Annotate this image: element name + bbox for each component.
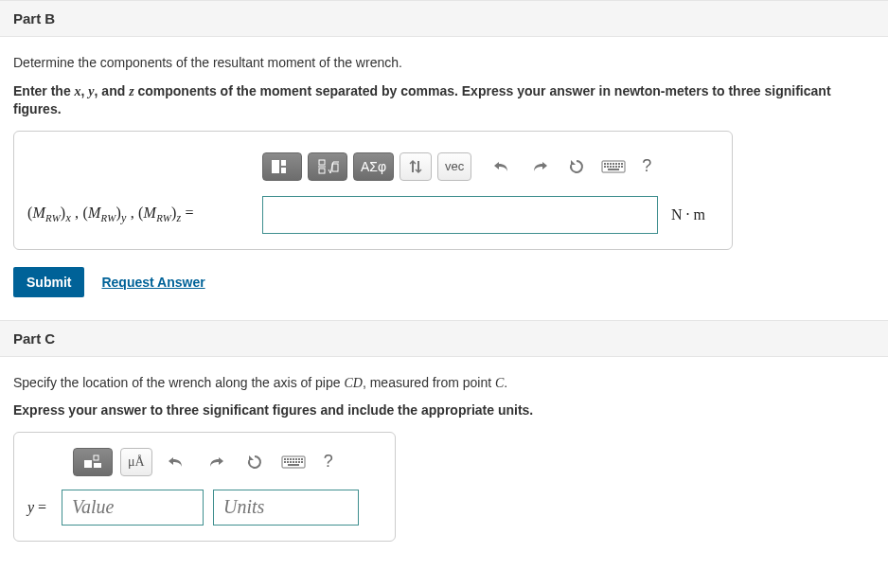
templates-button-c[interactable] xyxy=(73,448,113,476)
svg-rect-37 xyxy=(293,461,294,463)
reset-icon xyxy=(246,454,263,471)
svg-rect-40 xyxy=(301,461,303,463)
svg-rect-23 xyxy=(84,460,92,468)
svg-rect-25 xyxy=(94,463,101,468)
keyboard-button[interactable] xyxy=(597,152,630,181)
svg-rect-13 xyxy=(618,163,620,165)
part-c-body: Specify the location of the wrench along… xyxy=(0,357,888,549)
templates-icon xyxy=(270,158,294,175)
greek-button[interactable]: ΑΣφ xyxy=(353,152,394,181)
svg-rect-17 xyxy=(610,166,612,168)
part-b-body: Determine the components of the resultan… xyxy=(0,37,888,320)
svg-rect-15 xyxy=(604,166,606,168)
svg-rect-32 xyxy=(298,458,300,460)
svg-rect-36 xyxy=(290,461,292,463)
subsup-button[interactable] xyxy=(400,152,432,181)
svg-rect-29 xyxy=(290,458,292,460)
reset-button[interactable] xyxy=(561,152,592,181)
svg-rect-3 xyxy=(319,160,325,165)
svg-rect-20 xyxy=(618,166,620,168)
svg-rect-16 xyxy=(607,166,609,168)
submit-button[interactable]: Submit xyxy=(13,267,84,297)
pc-cd: CD xyxy=(344,376,362,390)
svg-rect-39 xyxy=(298,461,300,463)
submit-label: Submit xyxy=(27,275,71,290)
redo-icon xyxy=(530,159,549,174)
svg-rect-24 xyxy=(94,455,98,460)
help-button-c[interactable]: ? xyxy=(317,448,340,476)
undo-button[interactable] xyxy=(486,152,518,181)
undo-button-c[interactable] xyxy=(160,448,192,476)
units-label-c: μÅ xyxy=(128,454,145,470)
svg-rect-22 xyxy=(608,169,619,170)
instr-pre: Enter the xyxy=(13,83,75,98)
redo-button-c[interactable] xyxy=(200,448,232,476)
fraction-root-button[interactable] xyxy=(308,152,347,181)
svg-rect-21 xyxy=(621,166,623,168)
svg-rect-10 xyxy=(610,163,612,165)
part-b-answer-label: (MRW)x , (MRW)y , (MRW)z = xyxy=(27,205,255,225)
units-button-c[interactable]: μÅ xyxy=(120,448,152,476)
svg-rect-18 xyxy=(613,166,614,168)
svg-rect-30 xyxy=(293,458,294,460)
subsup-icon xyxy=(407,158,424,175)
svg-rect-9 xyxy=(607,163,609,165)
svg-rect-41 xyxy=(288,464,299,466)
help-label-c: ? xyxy=(324,452,333,472)
part-b-header: Part B xyxy=(0,0,888,37)
part-c-header: Part C xyxy=(0,320,888,357)
svg-rect-14 xyxy=(621,163,623,165)
svg-rect-19 xyxy=(615,166,617,168)
vec-label: vec xyxy=(445,159,464,173)
svg-rect-1 xyxy=(281,160,286,166)
part-b-instructions: Enter the x, y, and z components of the … xyxy=(13,82,875,119)
greek-label: ΑΣφ xyxy=(361,159,386,174)
svg-rect-33 xyxy=(301,458,303,460)
svg-rect-27 xyxy=(284,458,286,460)
part-c-instructions: Express your answer to three significant… xyxy=(13,401,875,420)
pc-c: C xyxy=(495,376,504,390)
keyboard-button-c[interactable] xyxy=(277,448,310,476)
part-c-value-input[interactable] xyxy=(62,490,204,526)
part-c-units-input[interactable] xyxy=(213,490,359,526)
svg-rect-35 xyxy=(287,461,289,463)
part-b-input-panel: ΑΣφ vec ? xyxy=(13,131,733,250)
part-c-prompt: Specify the location of the wrench along… xyxy=(13,374,875,393)
svg-rect-2 xyxy=(281,168,286,173)
svg-rect-28 xyxy=(287,458,289,460)
part-b-title: Part B xyxy=(13,10,55,27)
part-b-toolbar: ΑΣφ vec ? xyxy=(22,152,711,181)
part-c-title: Part C xyxy=(13,330,55,347)
svg-rect-38 xyxy=(295,461,297,463)
reset-icon xyxy=(568,158,585,175)
templates-button[interactable] xyxy=(262,152,302,181)
svg-rect-0 xyxy=(272,160,279,173)
part-b-units: N · m xyxy=(666,206,711,223)
part-c-lhs: y = xyxy=(27,499,52,516)
svg-rect-6 xyxy=(332,164,338,171)
help-label: ? xyxy=(642,156,651,176)
help-button[interactable]: ? xyxy=(635,152,658,181)
pc-pre: Specify the location of the wrench along… xyxy=(13,375,344,390)
part-c-toolbar: μÅ ? xyxy=(27,448,380,476)
keyboard-icon xyxy=(601,159,626,174)
part-b-prompt: Determine the components of the resultan… xyxy=(13,54,875,73)
vec-button[interactable]: vec xyxy=(437,152,471,181)
request-answer-link[interactable]: Request Answer xyxy=(101,275,204,290)
reset-button-c[interactable] xyxy=(240,448,270,476)
svg-rect-5 xyxy=(319,169,325,173)
templates-icon xyxy=(80,454,105,471)
svg-rect-11 xyxy=(613,163,614,165)
svg-rect-12 xyxy=(615,163,617,165)
svg-rect-31 xyxy=(295,458,297,460)
sep2: , and xyxy=(95,83,130,98)
redo-button[interactable] xyxy=(524,152,556,181)
part-b-answer-input[interactable] xyxy=(262,196,658,234)
pc-post: . xyxy=(504,375,507,390)
part-c-input-panel: μÅ ? y = xyxy=(13,432,396,542)
redo-icon xyxy=(206,454,225,470)
part-b-action-row: Submit Request Answer xyxy=(13,267,875,297)
part-b-answer-row: (MRW)x , (MRW)y , (MRW)z = N · m xyxy=(22,196,711,234)
keyboard-icon xyxy=(281,454,306,470)
svg-rect-8 xyxy=(604,163,606,165)
